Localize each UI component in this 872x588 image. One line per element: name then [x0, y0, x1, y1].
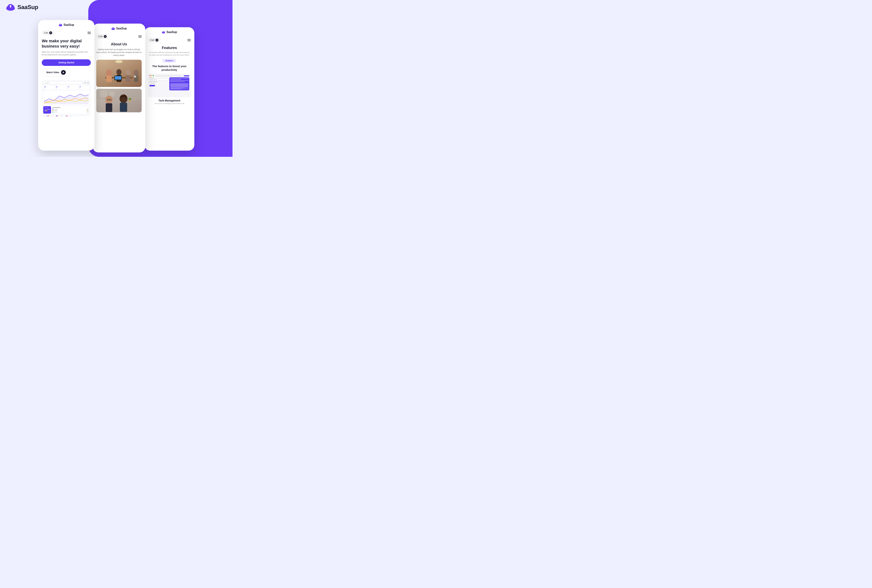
- chart-area: [43, 90, 89, 105]
- stats-row: 35 % 60 % 75 % 75 %: [43, 85, 89, 90]
- logo-cloud-icon: [6, 3, 16, 11]
- phone1-hero-title: We make your digital business very easy!: [42, 39, 91, 49]
- phone3-cart-label: Cart: [150, 39, 154, 41]
- watch-video-button[interactable]: Watch Video: [42, 68, 70, 77]
- svg-point-17: [115, 60, 123, 63]
- svg-rect-32: [100, 90, 107, 97]
- svg-rect-20: [106, 76, 112, 82]
- phone3-cart-btn[interactable]: Cart 0: [148, 38, 161, 42]
- dot-red: [149, 75, 150, 76]
- dot-yellow: [151, 75, 152, 76]
- phone3-nav: Cart 0: [148, 38, 191, 42]
- phone1-menu-icon[interactable]: [87, 32, 91, 34]
- ui-form-area: Password Confirm Password: [149, 77, 189, 90]
- svg-point-19: [106, 69, 112, 76]
- phone3-brand: SaaSup: [166, 30, 177, 34]
- phone2-header: SaaSup: [96, 27, 142, 32]
- phone1-nav: Cart 0: [42, 30, 91, 35]
- brand-name: SaaSup: [17, 4, 38, 10]
- svg-rect-42: [106, 103, 112, 112]
- svg-point-21: [116, 69, 122, 75]
- phone1-cart-label: Cart: [44, 32, 48, 34]
- phone2-nav: Cart 0: [96, 34, 142, 39]
- card-row: My Card ••• ••• 2389 Last Transactions: [43, 106, 89, 114]
- stat-card-4: 75 %: [78, 85, 90, 90]
- phone1-hero-subtitle: Make your work easier with an integrated…: [42, 51, 91, 56]
- phone2-cloud-icon: [111, 27, 115, 30]
- ui-form-left: Password Confirm Password: [149, 77, 168, 90]
- phone2-cart-badge: 0: [104, 35, 107, 38]
- watch-video-label: Watch Video: [46, 71, 59, 74]
- stat-card-3: 75 %: [67, 85, 78, 90]
- bar-chart-mini: [43, 114, 89, 116]
- dot-green: [153, 75, 154, 76]
- phone3-cart-badge: 0: [155, 39, 158, 42]
- form-login-btn: [149, 85, 155, 86]
- svg-point-25: [134, 70, 139, 76]
- phone-3: SaaSup Cart 0 Features You connect with …: [144, 27, 194, 151]
- about-title: About Us: [96, 42, 142, 46]
- svg-rect-28: [115, 76, 121, 80]
- phone2-cart-btn[interactable]: Cart 0: [96, 34, 109, 39]
- analytics-badge: Analytics: [162, 59, 176, 63]
- phone1-brand: SaaSup: [63, 23, 74, 27]
- about-photo-2: [96, 89, 142, 112]
- svg-rect-24: [126, 75, 131, 82]
- svg-point-35: [128, 98, 131, 100]
- getting-started-button[interactable]: Getting Started: [42, 59, 91, 66]
- phone-1: SaaSup Cart 0 We make your digital busin…: [38, 20, 95, 151]
- phone2-cart-label: Cart: [98, 35, 102, 38]
- mini-bank-card: My Card ••• ••• 2389: [43, 106, 51, 114]
- dash-icon-1: [84, 81, 86, 84]
- svg-point-38: [120, 96, 123, 98]
- features-feature-title: The features to boost your productivity: [148, 64, 191, 72]
- phone3-menu-icon[interactable]: [188, 39, 191, 41]
- about-text: SaaSup faced start-up struggles as it bu…: [96, 48, 142, 57]
- dashboard-search: Search...: [43, 81, 83, 84]
- task-management-title: Task Management: [148, 99, 191, 102]
- phone3-logo: SaaSup: [162, 30, 177, 34]
- features-title: Features: [148, 46, 191, 50]
- phone2-menu-icon[interactable]: [138, 35, 142, 38]
- svg-point-40: [125, 96, 127, 98]
- phones-container: SaaSup Cart 0 We make your digital busin…: [0, 15, 233, 157]
- about-photo-1: [96, 60, 142, 87]
- transactions-list: Last Transactions Shopping -$24 Tran: [52, 106, 89, 114]
- ui-form-right: [169, 77, 189, 90]
- ui-preview-mockup: Password Confirm Password: [148, 74, 191, 97]
- svg-point-23: [125, 69, 131, 75]
- task-management-subtitle: The process of managing a task through i…: [148, 103, 191, 104]
- phone1-cloud-icon: [59, 23, 63, 27]
- phone1-header: SaaSup: [42, 23, 91, 28]
- header: SaaSup: [6, 3, 38, 11]
- svg-rect-37: [120, 103, 127, 112]
- phone1-cart-btn[interactable]: Cart 0: [42, 30, 54, 35]
- phone2-logo: SaaSup: [111, 27, 127, 30]
- phone3-cloud-icon: [162, 31, 165, 34]
- play-icon: [61, 70, 66, 75]
- phone3-header: SaaSup: [148, 30, 191, 35]
- svg-rect-29: [134, 76, 136, 78]
- phone2-brand: SaaSup: [116, 27, 127, 30]
- phone1-logo: SaaSup: [59, 23, 74, 27]
- dashboard-preview: Search... 35 % 60 %: [42, 80, 91, 116]
- phone-2: SaaSup Cart 0 About Us SaaSup faced star…: [93, 24, 145, 153]
- phone1-cart-badge: 0: [49, 32, 52, 34]
- dash-icon-2: [87, 81, 89, 84]
- stat-card-2: 60 %: [55, 85, 66, 90]
- features-subtitle: You connect with your customers through …: [148, 51, 191, 56]
- stat-card-1: 35 %: [43, 85, 54, 90]
